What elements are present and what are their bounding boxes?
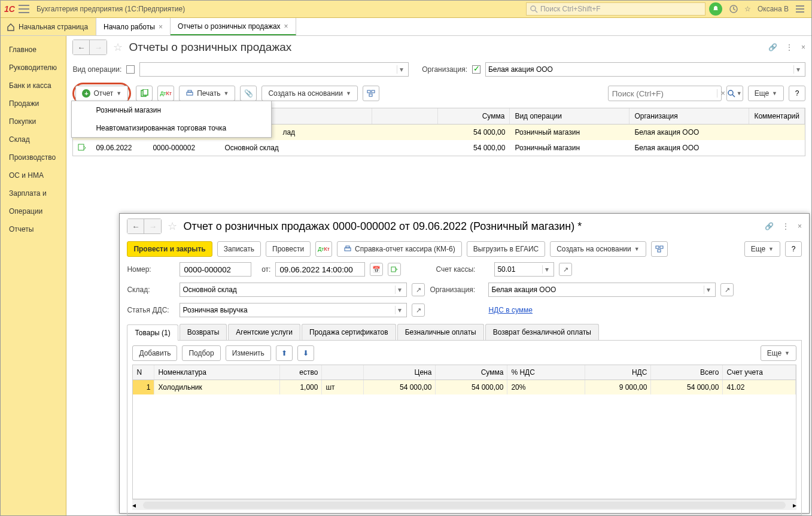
pick-button[interactable]: Подбор (182, 345, 220, 361)
back-button[interactable]: ← (73, 40, 90, 54)
open-icon[interactable]: ↗ (559, 263, 572, 276)
more-button[interactable]: Еще ▼ (748, 86, 784, 101)
global-search[interactable]: Поиск Ctrl+Shift+F (526, 2, 705, 16)
structure-button[interactable] (363, 86, 379, 101)
search-btn[interactable]: ▼ (726, 86, 743, 101)
star-icon[interactable]: ☆ (168, 220, 177, 233)
table-row[interactable]: 09.06.2022 0000-000002 Основной склад 54… (73, 140, 805, 156)
col-unit[interactable] (322, 365, 364, 380)
attach-button[interactable]: 📎 (240, 86, 257, 101)
open-icon[interactable]: ↗ (412, 283, 425, 296)
sidenav-salary[interactable]: Зарплата и (1, 184, 66, 202)
org-checkbox[interactable] (472, 65, 480, 74)
col-account[interactable]: Счет учета (723, 365, 796, 380)
more-button[interactable]: Еще▼ (744, 241, 780, 257)
close-icon[interactable]: × (159, 23, 163, 31)
help-button[interactable]: ? (789, 86, 805, 101)
sidenav-bank[interactable]: Банк и касса (1, 77, 66, 95)
back-button[interactable]: ← (127, 219, 144, 233)
history-icon[interactable] (729, 4, 738, 14)
close-icon[interactable]: × (801, 43, 805, 51)
user-name[interactable]: Оксана В (758, 5, 789, 13)
move-up-button[interactable]: ⬆ (276, 345, 293, 361)
home-tab[interactable]: Начальная страница (1, 18, 96, 35)
date-input[interactable] (275, 262, 365, 277)
org-dropdown[interactable]: Белая акация ООО ▾ (485, 62, 805, 77)
dtkt-button[interactable]: ДтКт (315, 241, 332, 257)
create-based-button[interactable]: Создать на основании ▼ (261, 86, 357, 101)
tab-cashless[interactable]: Безналичные оплаты (397, 324, 484, 340)
post-and-close-button[interactable]: Провести и закрыть (127, 241, 212, 257)
tab-start[interactable]: Начало работы × (96, 18, 171, 35)
sidenav-manager[interactable]: Руководителю (1, 59, 66, 77)
save-button[interactable]: Записать (217, 241, 261, 257)
scroll-right-icon[interactable]: ▸ (793, 501, 796, 509)
account-dropdown[interactable]: 50.01▾ (494, 262, 554, 277)
link-icon[interactable]: 🔗 (768, 43, 777, 51)
col-sum[interactable]: Сумма (438, 108, 510, 124)
scroll-left-icon[interactable]: ◂ (132, 501, 136, 509)
move-down-button[interactable]: ⬇ (297, 345, 314, 361)
horizontal-scrollbar[interactable]: ◂ ▸ (132, 499, 796, 510)
star-icon[interactable]: ☆ (113, 41, 123, 54)
tab-returns[interactable]: Возвраты (180, 324, 227, 340)
report-button[interactable]: + Отчет ▼ (75, 86, 128, 101)
col-comment[interactable]: Комментарий (749, 108, 805, 124)
menu-non-auto-point[interactable]: Неавтоматизированная торговая точка (72, 119, 271, 137)
close-icon[interactable]: × (284, 22, 288, 31)
sidenav-reports[interactable]: Отчеты (1, 220, 66, 238)
dds-dropdown[interactable]: Розничная выручка▾ (180, 303, 407, 317)
doc-flow-icon[interactable] (388, 263, 401, 276)
open-icon[interactable]: ↗ (720, 283, 734, 296)
op-dropdown[interactable]: ▾ (139, 62, 409, 77)
print-button[interactable]: Печать ▼ (179, 86, 235, 101)
dtkt-button[interactable]: ДтКт (157, 86, 174, 101)
warehouse-dropdown[interactable]: Основной склад▾ (180, 283, 407, 297)
op-checkbox[interactable] (126, 65, 135, 74)
tab-agent[interactable]: Агентские услуги (228, 324, 300, 340)
create-based-button[interactable]: Создать на основании ▼ (550, 241, 646, 257)
egais-button[interactable]: Выгрузить в ЕГАИС (467, 241, 546, 257)
tab-certs[interactable]: Продажа сертификатов (302, 324, 396, 340)
open-icon[interactable]: ↗ (412, 303, 425, 317)
col-vatp[interactable]: % НДС (507, 365, 585, 380)
close-icon[interactable]: × (798, 222, 802, 230)
add-button[interactable]: Добавить (132, 345, 177, 361)
sidenav-warehouse[interactable]: Склад (1, 130, 66, 148)
menu-icon[interactable] (19, 5, 29, 13)
tab-goods[interactable]: Товары (1) (127, 324, 178, 341)
col-price[interactable]: Цена (364, 365, 436, 380)
sidenav-purchases[interactable]: Покупки (1, 113, 66, 130)
copy-button[interactable] (136, 86, 153, 101)
sidenav-production[interactable]: Производство (1, 148, 66, 166)
sidenav-sales[interactable]: Продажи (1, 95, 66, 113)
col-total[interactable]: Всего (651, 365, 723, 380)
list-search[interactable]: × (608, 86, 722, 101)
sidenav-assets[interactable]: ОС и НМА (1, 166, 66, 184)
number-input[interactable] (180, 262, 251, 277)
menu-retail-store[interactable]: Розничный магазин (72, 101, 271, 119)
org-dropdown[interactable]: Белая акация ООО▾ (488, 283, 716, 297)
col-org[interactable]: Организация (629, 108, 749, 124)
more-button[interactable]: Еще▼ (761, 345, 796, 361)
calendar-icon[interactable]: 📅 (370, 263, 383, 276)
post-button[interactable]: Провести (266, 241, 311, 257)
col-sum[interactable]: Сумма (436, 365, 507, 380)
search-input[interactable] (609, 89, 717, 98)
structure-button[interactable] (651, 241, 668, 257)
col-n[interactable]: N (133, 365, 154, 380)
sidenav-operations[interactable]: Операции (1, 202, 66, 220)
sidenav-main[interactable]: Главное (1, 41, 66, 59)
settings-lines-icon[interactable] (795, 5, 805, 13)
edit-button[interactable]: Изменить (226, 345, 271, 361)
link-icon[interactable]: 🔗 (765, 222, 774, 230)
col-op[interactable]: Вид операции (510, 108, 629, 124)
tab-cashless-return[interactable]: Возврат безналичной оплаты (485, 324, 599, 340)
more-icon[interactable]: ⋮ (782, 222, 789, 230)
col-vat[interactable]: НДС (585, 365, 651, 380)
col-qty[interactable]: ество (280, 365, 322, 380)
notifications-icon[interactable] (709, 2, 722, 16)
tab-reports[interactable]: Отчеты о розничных продажах × (171, 18, 296, 35)
col-nom[interactable]: Номенклатура (154, 365, 280, 380)
vat-mode-link[interactable]: НДС в сумме (488, 306, 533, 314)
